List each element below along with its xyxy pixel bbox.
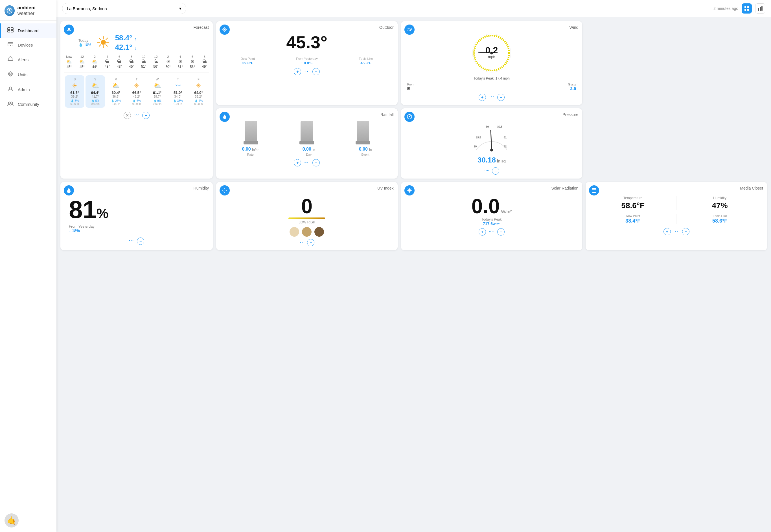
solar-display: 0.0 W/m² bbox=[405, 196, 579, 216]
svg-rect-13 bbox=[747, 6, 749, 8]
solar-chart-button[interactable]: 〰 bbox=[489, 229, 494, 234]
hour-item: Now⛅45° bbox=[66, 55, 72, 69]
svg-point-26 bbox=[409, 116, 410, 117]
wind-collapse-button[interactable]: − bbox=[497, 94, 505, 101]
grid-view-button[interactable] bbox=[742, 3, 752, 14]
location-label: La Barranca, Sedona bbox=[67, 6, 107, 11]
outdoor-title: Outdoor bbox=[220, 25, 394, 30]
svg-point-34 bbox=[490, 149, 493, 151]
media-chart-button[interactable]: 〰 bbox=[674, 229, 679, 234]
media-feels-stat: Feels Like 58.6°F bbox=[679, 214, 761, 224]
sidebar: ambient weather Dashboard Devices Alerts bbox=[0, 0, 56, 532]
svg-text:29.5: 29.5 bbox=[476, 136, 481, 139]
uv-actions: 〰 − bbox=[220, 239, 394, 246]
hour-item: 4🌥43° bbox=[105, 55, 110, 69]
rainfall-chart-button[interactable]: 〰 bbox=[304, 160, 309, 165]
sidebar-item-admin[interactable]: Admin bbox=[0, 82, 56, 97]
solar-collapse-button[interactable]: − bbox=[497, 228, 505, 236]
svg-point-7 bbox=[8, 72, 12, 76]
rainfall-values: 0.00 in/hr Rate 0.00 in Day 0.00 in Even… bbox=[220, 147, 394, 156]
forecast-close-button[interactable]: ✕ bbox=[124, 112, 131, 119]
forecast-chart-button[interactable]: 〰 bbox=[134, 113, 139, 118]
pressure-chart-button[interactable]: 〰 bbox=[484, 168, 489, 173]
location-select[interactable]: La Barranca, Sedona ▾ bbox=[62, 3, 186, 14]
svg-rect-14 bbox=[744, 9, 746, 11]
logo-text: ambient weather bbox=[17, 5, 52, 16]
solar-add-button[interactable]: + bbox=[479, 228, 486, 236]
wind-from-value: E bbox=[407, 86, 415, 91]
media-collapse-button[interactable]: − bbox=[682, 228, 689, 235]
user-avatar-section: 🤙 bbox=[0, 509, 56, 532]
rate-value: 0.00 in/hr Rate bbox=[242, 147, 258, 156]
rainfall-card: Rainfall 0.00 in/hr Rat bbox=[216, 108, 398, 179]
feels-like-stat: Feels Like 45.3°F bbox=[359, 57, 373, 65]
media-secondary-stats: Dew Point 38.4°F Feels Like 58.6°F bbox=[590, 212, 763, 226]
media-closet-card: Media Closet Temperature 58.6°F Humidity… bbox=[586, 182, 767, 250]
outdoor-add-button[interactable]: + bbox=[294, 68, 301, 75]
outdoor-temp: 45.3° bbox=[220, 34, 394, 51]
media-dew-stat: Dew Point 38.4°F bbox=[592, 214, 674, 224]
svg-point-6 bbox=[10, 45, 11, 46]
alerts-icon bbox=[6, 56, 14, 63]
media-humidity-stat: Humidity 47% bbox=[679, 196, 761, 210]
humidity-chart-button[interactable]: 〰 bbox=[129, 239, 133, 244]
outdoor-stats: Dew Point 39.8°F From Yesterday ↑ 8.8°F … bbox=[220, 54, 394, 65]
svg-rect-1 bbox=[8, 28, 10, 30]
humidity-collapse-button[interactable]: − bbox=[137, 238, 144, 245]
svg-point-8 bbox=[10, 73, 11, 75]
devices-icon bbox=[6, 42, 14, 48]
media-humidity-value: 47% bbox=[679, 201, 761, 210]
solar-card: Solar Radiation 0.0 W/m² Today's Peak 71… bbox=[401, 182, 583, 250]
pressure-value: 30.18 inHg bbox=[405, 156, 579, 164]
day-s2: S ⛅ 64.4° 41.7° 💧 5% 0.00 in bbox=[85, 75, 105, 108]
humidity-title: Humidity bbox=[64, 186, 209, 190]
today-label: Today bbox=[78, 38, 91, 43]
uv-skin-circles bbox=[220, 227, 394, 237]
media-temp-stat: Temperature 58.6°F bbox=[592, 196, 674, 210]
humidity-change-value: ↓ 18% bbox=[69, 228, 204, 233]
media-closet-title: Media Closet bbox=[590, 186, 763, 190]
from-yesterday-stat: From Yesterday ↑ 8.8°F bbox=[296, 57, 318, 65]
community-icon bbox=[6, 101, 14, 107]
wind-gusts-value: 2.5 bbox=[568, 86, 576, 91]
day-t1: T ☀ 66.5° 42.2° 💧 6% 0.00 in bbox=[127, 75, 146, 108]
svg-line-33 bbox=[491, 130, 492, 150]
pressure-title: Pressure bbox=[405, 112, 579, 117]
day-bar bbox=[299, 121, 314, 144]
svg-rect-3 bbox=[8, 30, 10, 32]
wind-chart-button[interactable]: 〰 bbox=[489, 95, 494, 100]
uv-title: UV Index bbox=[220, 186, 394, 190]
humidity-icon bbox=[64, 185, 74, 195]
outdoor-collapse-button[interactable]: − bbox=[312, 68, 320, 75]
wind-icon bbox=[405, 25, 415, 35]
pressure-collapse-button[interactable]: − bbox=[492, 167, 499, 175]
forecast-collapse-button[interactable]: − bbox=[142, 112, 150, 119]
from-yesterday-value: ↑ 8.8°F bbox=[296, 61, 318, 65]
chart-view-button[interactable] bbox=[755, 3, 765, 14]
wind-add-button[interactable]: + bbox=[479, 94, 486, 101]
rainfall-add-button[interactable]: + bbox=[294, 159, 301, 166]
humidity-card: Humidity 81 % From Yesterday ↓ 18% 〰 − bbox=[60, 182, 213, 250]
dew-point-value: 39.8°F bbox=[241, 61, 255, 65]
media-add-button[interactable]: + bbox=[664, 228, 671, 235]
community-label: Community bbox=[18, 102, 39, 107]
sidebar-item-community[interactable]: Community bbox=[0, 97, 56, 111]
rainfall-collapse-button[interactable]: − bbox=[312, 159, 320, 166]
sidebar-item-alerts[interactable]: Alerts bbox=[0, 52, 56, 67]
pressure-icon bbox=[405, 112, 415, 122]
wind-actions: + 〰 − bbox=[405, 94, 579, 101]
wind-speed: 0.2 bbox=[486, 46, 498, 55]
uv-chart-button[interactable]: 〰 bbox=[299, 240, 304, 245]
sidebar-item-devices[interactable]: Devices bbox=[0, 38, 56, 52]
hour-item: 2☀60° bbox=[165, 55, 170, 69]
hour-item: 8🌥45° bbox=[129, 55, 134, 69]
svg-point-20 bbox=[224, 29, 225, 30]
sidebar-item-dashboard[interactable]: Dashboard bbox=[0, 23, 56, 38]
daily-forecast: S ☀ 61.5° 39.2° 💧 5% 0.00 in S ⛅ 64.4° 4… bbox=[64, 72, 209, 109]
skin-tone-1 bbox=[289, 227, 299, 237]
outdoor-chart-button[interactable]: 〰 bbox=[304, 69, 309, 74]
sidebar-nav: Dashboard Devices Alerts Units bbox=[0, 21, 56, 509]
wind-gauge: 0.2 mph bbox=[471, 32, 513, 74]
uv-collapse-button[interactable]: − bbox=[307, 239, 314, 246]
sidebar-item-units[interactable]: Units bbox=[0, 67, 56, 82]
